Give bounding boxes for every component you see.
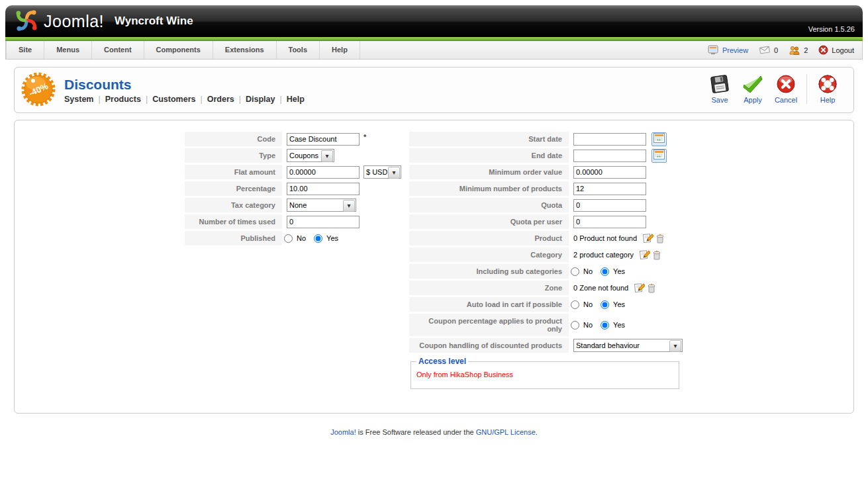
- product-delete-button[interactable]: [656, 234, 664, 244]
- sub-categories-label: Including sub categories: [409, 264, 569, 279]
- online-users-indicator[interactable]: 2: [789, 46, 808, 55]
- joomla-logo-icon: [15, 9, 38, 34]
- sub-categories-yes-radio[interactable]: [601, 267, 609, 276]
- menu-components[interactable]: Components: [144, 41, 213, 59]
- sub-categories-no-label[interactable]: No: [583, 267, 593, 275]
- type-select[interactable]: Coupons: [287, 150, 334, 161]
- site-title: Wyncroft Wine: [115, 15, 193, 28]
- submenu-display[interactable]: Display: [246, 95, 275, 104]
- menu-content[interactable]: Content: [92, 41, 144, 59]
- logout-label: Logout: [832, 46, 854, 54]
- field-row-quota: Quota: [409, 198, 684, 212]
- flat-amount-label: Flat amount: [185, 165, 282, 179]
- min-products-input[interactable]: [573, 183, 646, 195]
- submenu-products[interactable]: Products: [105, 95, 141, 104]
- end-date-label: End date: [409, 148, 569, 163]
- product-label: Product: [409, 231, 569, 245]
- menu-help[interactable]: Help: [320, 41, 360, 59]
- coupon-percentage-label: Coupon percentage applies to product onl…: [409, 314, 569, 336]
- form-column-right: Start date: [409, 132, 684, 389]
- menu-tools[interactable]: Tools: [277, 41, 320, 59]
- preview-link[interactable]: Preview: [708, 45, 748, 55]
- auto-load-yes-label[interactable]: Yes: [613, 300, 625, 308]
- toolbar: Save Apply: [703, 72, 847, 108]
- version-label: Version 1.5.26: [808, 25, 855, 33]
- percentage-input[interactable]: [287, 183, 360, 195]
- published-no-label[interactable]: No: [297, 234, 306, 242]
- menu-extensions[interactable]: Extensions: [213, 41, 277, 59]
- message-count: 0: [774, 46, 778, 54]
- published-yes-radio[interactable]: [314, 234, 322, 243]
- coupon-percentage-yes-label[interactable]: Yes: [613, 321, 625, 329]
- footer-period: .: [536, 428, 538, 436]
- field-row-start-date: Start date: [409, 132, 684, 146]
- field-row-coupon-percentage: Coupon percentage applies to product onl…: [409, 314, 684, 336]
- messages-indicator[interactable]: 0: [759, 46, 778, 54]
- end-date-input[interactable]: [573, 150, 646, 162]
- tax-category-select[interactable]: None: [287, 199, 356, 211]
- help-lifering-icon: [811, 74, 844, 94]
- flat-amount-input[interactable]: [287, 166, 360, 179]
- cancel-button[interactable]: Cancel: [769, 74, 802, 104]
- preview-icon: [708, 45, 719, 55]
- component-submenu: System|Products|Customers|Orders|Display…: [64, 95, 305, 104]
- help-button[interactable]: Help: [811, 74, 844, 104]
- form-column-left: Code * Type Coupons Flat amount: [185, 132, 401, 247]
- start-date-calendar-button[interactable]: [651, 132, 667, 146]
- coupon-handling-select[interactable]: Standard behaviour: [574, 339, 682, 351]
- currency-select[interactable]: $ USD: [364, 166, 401, 178]
- field-row-percentage: Percentage: [185, 181, 401, 196]
- submenu-help[interactable]: Help: [287, 95, 305, 104]
- zone-delete-button[interactable]: [648, 283, 655, 293]
- auto-load-yes-radio[interactable]: [601, 300, 609, 309]
- submenu-customers[interactable]: Customers: [152, 95, 195, 104]
- coupon-percentage-no-radio[interactable]: [571, 321, 579, 330]
- page-title: Discounts: [64, 77, 305, 92]
- sub-categories-no-radio[interactable]: [571, 267, 579, 276]
- times-used-input[interactable]: [287, 216, 360, 228]
- submenu-orders[interactable]: Orders: [207, 95, 234, 104]
- menu-site[interactable]: Site: [6, 41, 44, 59]
- field-row-min-order-value: Minimum order value: [409, 165, 684, 179]
- save-icon: [703, 74, 736, 94]
- coupon-percentage-no-label[interactable]: No: [583, 321, 593, 329]
- percentage-label: Percentage: [185, 181, 282, 196]
- discount-form-box: Code * Type Coupons Flat amount: [14, 120, 854, 414]
- apply-button[interactable]: Apply: [736, 74, 769, 104]
- sub-categories-yes-label[interactable]: Yes: [613, 267, 625, 275]
- auto-load-no-radio[interactable]: [571, 300, 579, 309]
- category-delete-button[interactable]: [653, 250, 661, 260]
- logout-button[interactable]: Logout: [818, 45, 854, 55]
- save-button[interactable]: Save: [703, 74, 736, 104]
- submenu-separator: |: [146, 95, 148, 104]
- joomla-logo: Joomla!: [15, 9, 104, 34]
- min-order-value-input[interactable]: [573, 166, 646, 179]
- auto-load-no-label[interactable]: No: [583, 300, 593, 308]
- discount-badge-icon: -40%: [21, 72, 56, 108]
- zone-edit-button[interactable]: [634, 283, 645, 293]
- published-yes-label[interactable]: Yes: [326, 234, 338, 242]
- gnu-gpl-link[interactable]: GNU/GPL License: [476, 428, 536, 436]
- field-row-quota-per-user: Quota per user: [409, 214, 684, 229]
- end-date-calendar-button[interactable]: [651, 149, 667, 163]
- coupon-percentage-yes-radio[interactable]: [601, 321, 609, 330]
- quota-input[interactable]: [573, 199, 646, 212]
- quota-per-user-input[interactable]: [573, 216, 646, 228]
- app-header: Joomla! Wyncroft Wine Version 1.5.26: [5, 5, 863, 37]
- quota-label: Quota: [409, 198, 569, 212]
- start-date-input[interactable]: [573, 133, 646, 146]
- quota-per-user-label: Quota per user: [409, 214, 569, 229]
- submenu-system[interactable]: System: [64, 95, 93, 104]
- menu-menus[interactable]: Menus: [44, 41, 92, 59]
- type-select-wrap: Coupons: [287, 149, 334, 162]
- category-edit-button[interactable]: [639, 249, 650, 260]
- calendar-icon: [653, 150, 665, 161]
- help-label: Help: [820, 96, 836, 104]
- submenu-separator: |: [98, 95, 100, 104]
- code-input[interactable]: [287, 133, 360, 146]
- footer: Joomla! is Free Software released under …: [14, 428, 854, 436]
- published-no-radio[interactable]: [284, 234, 293, 243]
- submenu-separator: |: [200, 95, 202, 104]
- product-edit-button[interactable]: [642, 233, 653, 244]
- joomla-footer-link[interactable]: Joomla!: [330, 428, 356, 436]
